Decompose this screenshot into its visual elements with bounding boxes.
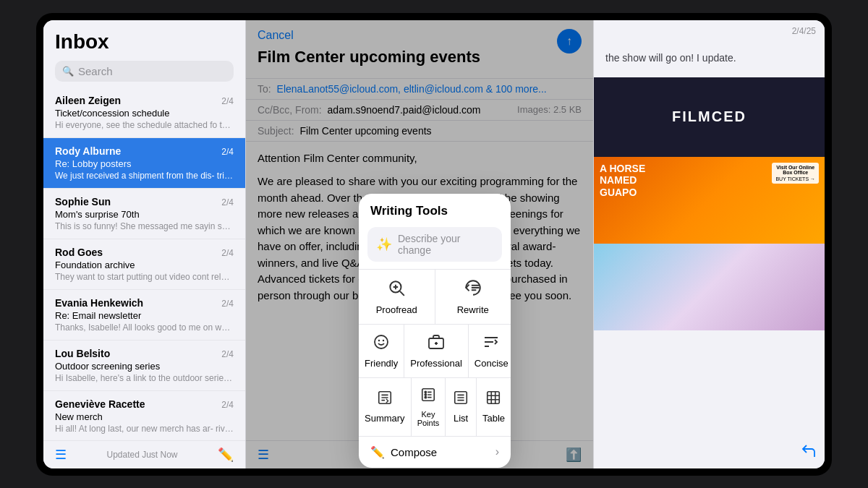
wt-options-grid: Proofread Rewrite (359, 269, 511, 324)
visit-online-box: Visit Our Online Box Office BUY TICKETS … (772, 163, 819, 184)
sender-name: Sophie Sun (55, 196, 111, 207)
email-date: 2/4 (221, 248, 234, 258)
chevron-right-icon: › (495, 445, 499, 458)
table-label: Table (482, 413, 505, 424)
email-item[interactable]: Lou Belsito 2/4 Outdoor screening series… (43, 341, 245, 391)
sender-name: Aileen Zeigen (55, 95, 121, 106)
key-points-button[interactable]: KeyPoints (412, 378, 446, 436)
summary-label: Summary (365, 413, 405, 424)
email-preview: Hi all! At long last, our new merch has … (55, 424, 234, 434)
wt-tone-row: Friendly Professional (359, 324, 511, 377)
email-date: 2/4 (221, 197, 234, 207)
svg-point-25 (425, 396, 426, 398)
svg-point-7 (375, 335, 388, 348)
email-item[interactable]: Geneviève Racette 2/4 New merch Hi all! … (43, 391, 245, 440)
proofread-icon (387, 278, 406, 301)
rewrite-button[interactable]: Rewrite (435, 270, 511, 324)
ipad-screen: Inbox 🔍 Search Aileen Zeigen 2/4 (43, 20, 825, 468)
writing-tools-title: Writing Tools (359, 194, 511, 224)
friendly-icon (373, 333, 390, 355)
ipad-frame: Inbox 🔍 Search Aileen Zeigen 2/4 (36, 13, 832, 476)
svg-point-23 (425, 393, 426, 395)
svg-line-1 (400, 291, 404, 295)
email-subject: Foundation archive (55, 260, 234, 270)
compose-label: Compose (391, 446, 437, 458)
table-button[interactable]: Table (477, 378, 511, 436)
email-item[interactable]: Evania Henkewich 2/4 Re: Email newslette… (43, 290, 245, 341)
summary-button[interactable]: Summary (359, 378, 411, 436)
email-subject: Re: Email newsletter (55, 310, 234, 321)
proofread-label: Proofread (376, 304, 417, 315)
right-panel-content: the show will go on! I update. (594, 39, 825, 77)
email-date: 2/4 (221, 96, 234, 106)
horse-title: A HORSE NAMED GUAPO (600, 163, 645, 199)
concise-icon (482, 333, 500, 355)
professional-button[interactable]: Professional (404, 325, 468, 377)
right-panel: 2/4/25 the show will go on! I update. FI… (593, 20, 825, 468)
compose-pencil-icon: ✏️ (370, 445, 385, 459)
email-date: 2/4 (221, 400, 234, 410)
professional-icon (427, 333, 445, 355)
horse-banner: A HORSE NAMED GUAPO Visit Our Online Box… (594, 157, 825, 244)
email-item-selected[interactable]: Rody Alburne 2/4 Re: Lobby posters We ju… (43, 138, 245, 189)
rewrite-label: Rewrite (457, 304, 489, 315)
sender-name: Geneviève Racette (55, 398, 145, 410)
key-points-icon (420, 387, 436, 407)
sparkle-icon: ✨ (376, 236, 392, 252)
writing-tools-placeholder: Describe your change (398, 233, 493, 256)
sidebar-menu-icon[interactable]: ☰ (55, 447, 67, 463)
reply-icon[interactable] (800, 442, 817, 463)
film-center-logo: FILMCED (672, 108, 746, 125)
sender-name: Evania Henkewich (55, 297, 143, 309)
rewrite-icon (464, 278, 482, 301)
compose-button[interactable]: ✏️ Compose › (359, 436, 511, 468)
concise-label: Concise (475, 358, 509, 369)
email-preview: We just received a shipment from the dis… (55, 171, 234, 181)
wt-transform-row: Summary (359, 377, 511, 436)
email-subject: Re: Lobby posters (55, 158, 234, 169)
email-item[interactable]: Rod Goes 2/4 Foundation archive They wan… (43, 239, 245, 290)
email-preview: This is so funny! She messaged me sayin … (55, 221, 234, 231)
email-subject: New merch (55, 411, 234, 422)
friendly-label: Friendly (365, 358, 398, 369)
email-item[interactable]: Sophie Sun 2/4 Mom's surprise 70th This … (43, 189, 245, 239)
right-panel-date: 2/4/25 (594, 20, 825, 39)
email-item[interactable]: Aileen Zeigen 2/4 Ticket/concession sche… (43, 87, 245, 138)
svg-point-21 (425, 391, 426, 393)
email-date: 2/4 (221, 349, 234, 359)
summary-icon (377, 390, 393, 410)
list-button[interactable]: List (446, 378, 476, 436)
email-compose: Cancel Film Center upcoming events ↑ To:… (246, 20, 593, 468)
search-input[interactable]: Search (78, 65, 113, 77)
right-panel-text: the show will go on! I update. (605, 51, 813, 66)
concise-button[interactable]: Concise (469, 325, 511, 377)
search-icon: 🔍 (62, 66, 74, 77)
writing-tools-input[interactable]: ✨ Describe your change (367, 227, 502, 262)
writing-tools-input-row: ✨ Describe your change (359, 224, 511, 269)
professional-label: Professional (410, 358, 462, 369)
butterfly-banner (594, 244, 825, 330)
proofread-button[interactable]: Proofread (359, 270, 435, 324)
friendly-button[interactable]: Friendly (359, 325, 404, 377)
email-date: 2/4 (221, 147, 234, 157)
sender-name: Rod Goes (55, 247, 103, 258)
search-bar[interactable]: 🔍 Search (55, 61, 234, 82)
list-icon (453, 390, 469, 410)
sender-name: Rody Alburne (55, 145, 121, 157)
email-preview: They want to start putting out video con… (55, 272, 234, 282)
sidebar-footer: ☰ Updated Just Now ✏️ (43, 440, 245, 468)
compose-icon[interactable]: ✏️ (218, 447, 234, 463)
email-date: 2/4 (221, 299, 234, 309)
email-subject: Outdoor screening series (55, 361, 234, 372)
writing-tools-panel: Writing Tools ✨ Describe your change (359, 194, 511, 468)
email-subject: Mom's surprise 70th (55, 209, 234, 220)
sidebar-header: Inbox 🔍 Search (43, 20, 245, 87)
email-preview: Hi Isabelle, here's a link to the outdoo… (55, 373, 234, 383)
svg-rect-31 (488, 392, 500, 404)
inbox-title: Inbox (55, 30, 234, 53)
list-label: List (454, 413, 468, 424)
sidebar: Inbox 🔍 Search Aileen Zeigen 2/4 (43, 20, 246, 468)
updated-text: Updated Just Now (106, 450, 177, 460)
film-banner: FILMCED (594, 77, 825, 157)
key-points-label: KeyPoints (417, 410, 440, 427)
